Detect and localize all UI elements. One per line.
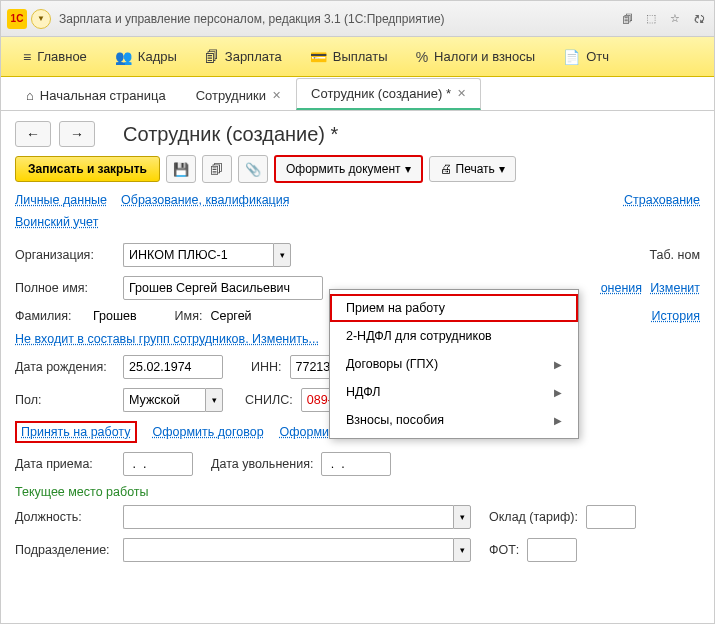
dept-label: Подразделение: — [15, 543, 115, 557]
tab-employees[interactable]: Сотрудники✕ — [181, 80, 296, 110]
fire-date-label: Дата увольнения: — [211, 457, 313, 471]
app-logo-icon: 1C — [7, 9, 27, 29]
workplace-section: Текущее место работы — [15, 485, 700, 499]
forward-button[interactable]: → — [59, 121, 95, 147]
groups-link[interactable]: Не входит в составы групп сотрудников. И… — [15, 332, 319, 346]
chevron-down-icon: ▾ — [405, 162, 411, 176]
org-dropdown[interactable]: ▾ — [273, 243, 291, 267]
org-label: Организация: — [15, 248, 115, 262]
hire-link[interactable]: Принять на работу — [21, 425, 131, 439]
surname-label: Фамилия: — [15, 309, 85, 323]
tab-personal[interactable]: Личные данные — [15, 193, 107, 207]
card-icon: 💳 — [310, 49, 327, 65]
name-label: Имя: — [175, 309, 203, 323]
attach-button[interactable]: 📎 — [238, 155, 268, 183]
main-menu: ≡Главное 👥Кадры 🗐Зарплата 💳Выплаты %Нало… — [1, 37, 714, 77]
salary-input[interactable] — [586, 505, 636, 529]
menu-taxes[interactable]: %Налоги и взносы — [402, 37, 550, 76]
sex-label: Пол: — [15, 393, 115, 407]
doc-icon: 📄 — [563, 49, 580, 65]
menu-salary[interactable]: 🗐Зарплата — [191, 37, 296, 76]
fire-date-input[interactable] — [321, 452, 391, 476]
dob-input[interactable] — [123, 355, 223, 379]
tb-icon-1[interactable]: 🗐 — [618, 10, 636, 28]
titlebar: 1C ▼ Зарплата и управление персоналом, р… — [1, 1, 714, 37]
position-input[interactable] — [123, 505, 453, 529]
submenu-arrow-icon: ▶ — [554, 415, 562, 426]
menu-staff[interactable]: 👥Кадры — [101, 37, 191, 76]
page-title: Сотрудник (создание) * — [123, 123, 338, 146]
fullname-input[interactable] — [123, 276, 323, 300]
menu-2ndfl-label: 2-НДФЛ для сотрудников — [346, 329, 492, 343]
tab-education[interactable]: Образование, квалификация — [121, 193, 290, 207]
surname-value: Грошев — [93, 309, 137, 323]
printer-icon: 🖨 — [440, 162, 452, 176]
menu-fees[interactable]: Взносы, пособия▶ — [330, 406, 578, 434]
calc-icon: 🗐 — [205, 49, 219, 65]
tb-icon-3[interactable]: ☆ — [666, 10, 684, 28]
menu-contracts[interactable]: Договоры (ГПХ)▶ — [330, 350, 578, 378]
hire-date-input[interactable] — [123, 452, 193, 476]
fullname-label: Полное имя: — [15, 281, 115, 295]
hire-date-label: Дата приема: — [15, 457, 115, 471]
print-button[interactable]: 🖨Печать▾ — [429, 156, 516, 182]
tab-home-label: Начальная страница — [40, 88, 166, 103]
declensions-link[interactable]: онения — [601, 281, 642, 295]
dept-input[interactable] — [123, 538, 453, 562]
menu-2ndfl[interactable]: 2-НДФЛ для сотрудников — [330, 322, 578, 350]
save-button[interactable]: 💾 — [166, 155, 196, 183]
menu-payments-label: Выплаты — [333, 49, 388, 64]
menu-reports-label: Отч — [586, 49, 609, 64]
change-link[interactable]: Изменит — [650, 281, 700, 295]
reread-button[interactable]: 🗐 — [202, 155, 232, 183]
history-link[interactable]: История — [652, 309, 700, 323]
tab-military[interactable]: Воинский учет — [15, 215, 98, 229]
position-label: Должность: — [15, 510, 115, 524]
tb-icon-2[interactable]: ⬚ — [642, 10, 660, 28]
create-document-menu: Прием на работу 2-НДФЛ для сотрудников Д… — [329, 289, 579, 439]
position-dropdown[interactable]: ▾ — [453, 505, 471, 529]
menu-payments[interactable]: 💳Выплаты — [296, 37, 402, 76]
dept-dropdown[interactable]: ▾ — [453, 538, 471, 562]
people-icon: 👥 — [115, 49, 132, 65]
create-document-button[interactable]: Оформить документ▾ — [274, 155, 423, 183]
tab-home[interactable]: ⌂Начальная страница — [11, 80, 181, 110]
menu-hire-label: Прием на работу — [346, 301, 445, 315]
org-input[interactable] — [123, 243, 273, 267]
window-title: Зарплата и управление персоналом, редакц… — [59, 12, 445, 26]
tab-employee-create-label: Сотрудник (создание) * — [311, 86, 451, 101]
menu-reports[interactable]: 📄Отч — [549, 37, 623, 76]
app-menu-dropdown[interactable]: ▼ — [31, 9, 51, 29]
tab-employee-create[interactable]: Сотрудник (создание) *✕ — [296, 78, 481, 110]
back-button[interactable]: ← — [15, 121, 51, 147]
submenu-arrow-icon: ▶ — [554, 387, 562, 398]
salary-label: Оклад (тариф): — [489, 510, 578, 524]
save-close-button[interactable]: Записать и закрыть — [15, 156, 160, 182]
dob-label: Дата рождения: — [15, 360, 115, 374]
menu-main-label: Главное — [37, 49, 87, 64]
menu-main[interactable]: ≡Главное — [9, 37, 101, 76]
percent-icon: % — [416, 49, 428, 65]
menu-staff-label: Кадры — [138, 49, 177, 64]
menu-taxes-label: Налоги и взносы — [434, 49, 535, 64]
menu-icon: ≡ — [23, 49, 31, 65]
snils-label: СНИЛС: — [245, 393, 293, 407]
print-label: Печать — [456, 162, 495, 176]
menu-ndfl[interactable]: НДФЛ▶ — [330, 378, 578, 406]
fot-label: ФОТ: — [489, 543, 519, 557]
menu-contracts-label: Договоры (ГПХ) — [346, 357, 438, 371]
create-document-label: Оформить документ — [286, 162, 401, 176]
fot-input[interactable] — [527, 538, 577, 562]
submenu-arrow-icon: ▶ — [554, 359, 562, 370]
sex-dropdown[interactable]: ▾ — [205, 388, 223, 412]
menu-salary-label: Зарплата — [225, 49, 282, 64]
tb-icon-4[interactable]: 🗘 — [690, 10, 708, 28]
close-icon[interactable]: ✕ — [272, 89, 281, 102]
tab-insurance[interactable]: Страхование — [624, 193, 700, 207]
name-value: Сергей — [210, 309, 251, 323]
close-icon[interactable]: ✕ — [457, 87, 466, 100]
chevron-down-icon: ▾ — [499, 162, 505, 176]
menu-hire[interactable]: Прием на работу — [330, 294, 578, 322]
contract-link[interactable]: Оформить договор — [153, 425, 264, 439]
sex-input[interactable] — [123, 388, 205, 412]
